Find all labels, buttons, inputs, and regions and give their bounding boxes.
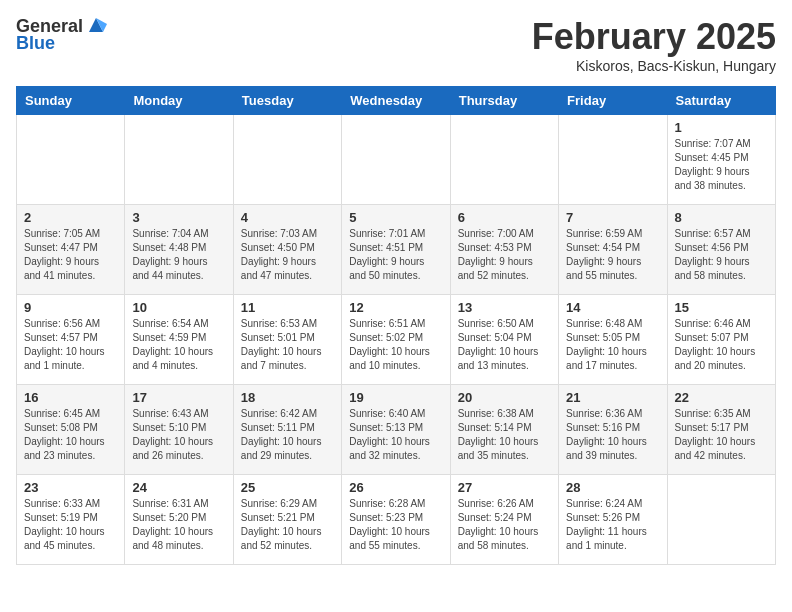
day-number: 28 [566, 480, 659, 495]
calendar-cell: 18Sunrise: 6:42 AM Sunset: 5:11 PM Dayli… [233, 385, 341, 475]
calendar-cell: 24Sunrise: 6:31 AM Sunset: 5:20 PM Dayli… [125, 475, 233, 565]
calendar-week-row: 23Sunrise: 6:33 AM Sunset: 5:19 PM Dayli… [17, 475, 776, 565]
calendar-cell [667, 475, 775, 565]
logo-blue: Blue [16, 33, 55, 54]
day-number: 13 [458, 300, 551, 315]
day-info: Sunrise: 6:48 AM Sunset: 5:05 PM Dayligh… [566, 317, 659, 373]
day-number: 17 [132, 390, 225, 405]
calendar-cell: 4Sunrise: 7:03 AM Sunset: 4:50 PM Daylig… [233, 205, 341, 295]
day-info: Sunrise: 6:53 AM Sunset: 5:01 PM Dayligh… [241, 317, 334, 373]
day-info: Sunrise: 6:54 AM Sunset: 4:59 PM Dayligh… [132, 317, 225, 373]
calendar-cell: 20Sunrise: 6:38 AM Sunset: 5:14 PM Dayli… [450, 385, 558, 475]
calendar-cell: 28Sunrise: 6:24 AM Sunset: 5:26 PM Dayli… [559, 475, 667, 565]
calendar-week-row: 9Sunrise: 6:56 AM Sunset: 4:57 PM Daylig… [17, 295, 776, 385]
calendar-cell: 15Sunrise: 6:46 AM Sunset: 5:07 PM Dayli… [667, 295, 775, 385]
calendar-cell: 16Sunrise: 6:45 AM Sunset: 5:08 PM Dayli… [17, 385, 125, 475]
day-number: 2 [24, 210, 117, 225]
day-number: 5 [349, 210, 442, 225]
calendar-week-row: 1Sunrise: 7:07 AM Sunset: 4:45 PM Daylig… [17, 115, 776, 205]
calendar-cell: 17Sunrise: 6:43 AM Sunset: 5:10 PM Dayli… [125, 385, 233, 475]
calendar-cell: 23Sunrise: 6:33 AM Sunset: 5:19 PM Dayli… [17, 475, 125, 565]
calendar-title: February 2025 [532, 16, 776, 58]
day-info: Sunrise: 6:28 AM Sunset: 5:23 PM Dayligh… [349, 497, 442, 553]
calendar-table: SundayMondayTuesdayWednesdayThursdayFrid… [16, 86, 776, 565]
calendar-cell [233, 115, 341, 205]
calendar-cell: 26Sunrise: 6:28 AM Sunset: 5:23 PM Dayli… [342, 475, 450, 565]
day-info: Sunrise: 6:24 AM Sunset: 5:26 PM Dayligh… [566, 497, 659, 553]
day-number: 4 [241, 210, 334, 225]
day-info: Sunrise: 7:00 AM Sunset: 4:53 PM Dayligh… [458, 227, 551, 283]
calendar-cell [125, 115, 233, 205]
calendar-cell [17, 115, 125, 205]
day-info: Sunrise: 6:50 AM Sunset: 5:04 PM Dayligh… [458, 317, 551, 373]
day-info: Sunrise: 6:51 AM Sunset: 5:02 PM Dayligh… [349, 317, 442, 373]
day-number: 24 [132, 480, 225, 495]
column-header-thursday: Thursday [450, 87, 558, 115]
day-number: 10 [132, 300, 225, 315]
column-header-wednesday: Wednesday [342, 87, 450, 115]
day-info: Sunrise: 6:42 AM Sunset: 5:11 PM Dayligh… [241, 407, 334, 463]
day-info: Sunrise: 7:05 AM Sunset: 4:47 PM Dayligh… [24, 227, 117, 283]
column-header-monday: Monday [125, 87, 233, 115]
calendar-cell: 27Sunrise: 6:26 AM Sunset: 5:24 PM Dayli… [450, 475, 558, 565]
calendar-cell: 3Sunrise: 7:04 AM Sunset: 4:48 PM Daylig… [125, 205, 233, 295]
day-number: 11 [241, 300, 334, 315]
calendar-cell: 11Sunrise: 6:53 AM Sunset: 5:01 PM Dayli… [233, 295, 341, 385]
day-number: 26 [349, 480, 442, 495]
day-number: 8 [675, 210, 768, 225]
day-number: 12 [349, 300, 442, 315]
calendar-cell: 12Sunrise: 6:51 AM Sunset: 5:02 PM Dayli… [342, 295, 450, 385]
column-header-sunday: Sunday [17, 87, 125, 115]
day-number: 7 [566, 210, 659, 225]
column-header-friday: Friday [559, 87, 667, 115]
calendar-subtitle: Kiskoros, Bacs-Kiskun, Hungary [532, 58, 776, 74]
calendar-cell: 7Sunrise: 6:59 AM Sunset: 4:54 PM Daylig… [559, 205, 667, 295]
day-number: 6 [458, 210, 551, 225]
day-info: Sunrise: 6:33 AM Sunset: 5:19 PM Dayligh… [24, 497, 117, 553]
day-number: 15 [675, 300, 768, 315]
calendar-cell: 8Sunrise: 6:57 AM Sunset: 4:56 PM Daylig… [667, 205, 775, 295]
day-info: Sunrise: 6:29 AM Sunset: 5:21 PM Dayligh… [241, 497, 334, 553]
day-info: Sunrise: 6:26 AM Sunset: 5:24 PM Dayligh… [458, 497, 551, 553]
day-number: 18 [241, 390, 334, 405]
day-info: Sunrise: 6:38 AM Sunset: 5:14 PM Dayligh… [458, 407, 551, 463]
day-info: Sunrise: 6:35 AM Sunset: 5:17 PM Dayligh… [675, 407, 768, 463]
day-number: 9 [24, 300, 117, 315]
day-number: 27 [458, 480, 551, 495]
calendar-cell: 22Sunrise: 6:35 AM Sunset: 5:17 PM Dayli… [667, 385, 775, 475]
day-info: Sunrise: 6:43 AM Sunset: 5:10 PM Dayligh… [132, 407, 225, 463]
day-number: 22 [675, 390, 768, 405]
day-info: Sunrise: 6:40 AM Sunset: 5:13 PM Dayligh… [349, 407, 442, 463]
day-number: 25 [241, 480, 334, 495]
calendar-cell: 13Sunrise: 6:50 AM Sunset: 5:04 PM Dayli… [450, 295, 558, 385]
logo-icon [85, 14, 107, 36]
calendar-cell: 10Sunrise: 6:54 AM Sunset: 4:59 PM Dayli… [125, 295, 233, 385]
day-info: Sunrise: 6:57 AM Sunset: 4:56 PM Dayligh… [675, 227, 768, 283]
calendar-cell: 9Sunrise: 6:56 AM Sunset: 4:57 PM Daylig… [17, 295, 125, 385]
calendar-cell: 21Sunrise: 6:36 AM Sunset: 5:16 PM Dayli… [559, 385, 667, 475]
page-header: General Blue February 2025 Kiskoros, Bac… [16, 16, 776, 74]
day-number: 21 [566, 390, 659, 405]
day-info: Sunrise: 7:03 AM Sunset: 4:50 PM Dayligh… [241, 227, 334, 283]
day-info: Sunrise: 6:45 AM Sunset: 5:08 PM Dayligh… [24, 407, 117, 463]
calendar-header-row: SundayMondayTuesdayWednesdayThursdayFrid… [17, 87, 776, 115]
calendar-cell: 19Sunrise: 6:40 AM Sunset: 5:13 PM Dayli… [342, 385, 450, 475]
day-info: Sunrise: 6:59 AM Sunset: 4:54 PM Dayligh… [566, 227, 659, 283]
calendar-week-row: 2Sunrise: 7:05 AM Sunset: 4:47 PM Daylig… [17, 205, 776, 295]
calendar-cell: 25Sunrise: 6:29 AM Sunset: 5:21 PM Dayli… [233, 475, 341, 565]
day-number: 23 [24, 480, 117, 495]
title-section: February 2025 Kiskoros, Bacs-Kiskun, Hun… [532, 16, 776, 74]
calendar-cell [450, 115, 558, 205]
day-number: 14 [566, 300, 659, 315]
day-info: Sunrise: 7:07 AM Sunset: 4:45 PM Dayligh… [675, 137, 768, 193]
calendar-cell: 6Sunrise: 7:00 AM Sunset: 4:53 PM Daylig… [450, 205, 558, 295]
calendar-cell: 1Sunrise: 7:07 AM Sunset: 4:45 PM Daylig… [667, 115, 775, 205]
calendar-cell [559, 115, 667, 205]
column-header-tuesday: Tuesday [233, 87, 341, 115]
day-info: Sunrise: 7:01 AM Sunset: 4:51 PM Dayligh… [349, 227, 442, 283]
day-info: Sunrise: 7:04 AM Sunset: 4:48 PM Dayligh… [132, 227, 225, 283]
calendar-cell: 5Sunrise: 7:01 AM Sunset: 4:51 PM Daylig… [342, 205, 450, 295]
calendar-cell [342, 115, 450, 205]
calendar-cell: 14Sunrise: 6:48 AM Sunset: 5:05 PM Dayli… [559, 295, 667, 385]
column-header-saturday: Saturday [667, 87, 775, 115]
